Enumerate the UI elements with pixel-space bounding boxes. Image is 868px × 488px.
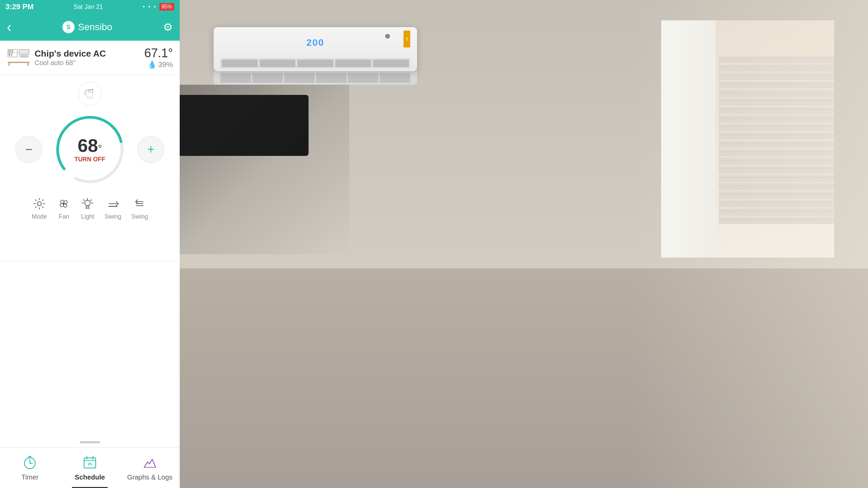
svg-rect-6 (11, 53, 12, 56)
svg-rect-9 (8, 62, 29, 63)
svg-rect-11 (27, 63, 29, 66)
room-photo: 200 ! (180, 0, 868, 488)
settings-button[interactable]: ⚙ (163, 21, 173, 34)
sensibo-logo: S (62, 21, 75, 33)
svg-rect-14 (86, 93, 93, 96)
set-temperature: 68 (78, 135, 98, 156)
status-time: 3:29 PM (5, 2, 34, 11)
ambient-temperature: 67.1° (144, 46, 173, 60)
device-header: Chip's device AC Cool auto 68° 67.1° 💧 3… (0, 41, 180, 75)
mode-label: Mode (32, 213, 47, 220)
mode-icon (33, 197, 46, 210)
background-photo: 200 ! (180, 0, 868, 488)
temp-control: − 68° TURN OFF (0, 112, 180, 187)
svg-point-32 (63, 203, 65, 205)
svg-line-27 (35, 200, 36, 201)
timer-label: Timer (21, 473, 38, 481)
graphs-label: Graphs & Logs (127, 473, 172, 481)
minus-icon: − (25, 142, 32, 157)
window-light (631, 0, 868, 488)
svg-line-28 (42, 207, 43, 208)
temp-unit: ° (98, 143, 102, 154)
temp-dial: 68° TURN OFF (53, 112, 127, 187)
drag-indicator (0, 437, 180, 447)
svg-rect-10 (8, 63, 10, 66)
status-icons: • • • 95% (143, 3, 174, 11)
swing1-icon (106, 197, 120, 210)
nav-bar: ‹ S Sensibo ⚙ (0, 14, 180, 41)
svg-rect-2 (8, 50, 10, 53)
corner-shadow (180, 85, 349, 254)
svg-point-31 (37, 202, 41, 206)
fan-control[interactable]: Fan (57, 197, 71, 220)
device-info-left: Chip's device AC Cool auto 68° (7, 48, 106, 67)
ac-body: 200 ! (214, 27, 417, 71)
light-control[interactable]: Light (81, 197, 94, 220)
swing2-label: Swing (132, 213, 148, 220)
back-button[interactable]: ‹ (7, 19, 12, 35)
device-text: Chip's device AC Cool auto 68° (35, 48, 106, 67)
device-name: Chip's device AC (35, 48, 106, 59)
battery-indicator: 95% (159, 3, 174, 11)
wifi-dots: • • • (143, 4, 157, 10)
empty-area (0, 261, 180, 437)
turn-off-button[interactable]: TURN OFF (75, 156, 105, 163)
humidity-reading: 💧 39% (144, 60, 173, 69)
humidity-value: 39% (158, 60, 173, 69)
tab-graphs[interactable]: Graphs & Logs (120, 448, 180, 488)
ac-vents (220, 58, 410, 68)
tab-schedule[interactable]: 25 Schedule (60, 448, 120, 488)
drop-icon: 💧 (147, 60, 157, 69)
svg-rect-5 (8, 53, 10, 56)
svg-rect-7 (19, 49, 29, 54)
timer-icon (22, 454, 38, 471)
room-icon-svg (7, 49, 30, 66)
plus-icon: + (147, 142, 154, 157)
mode-control[interactable]: Mode (32, 197, 47, 220)
ac-display: 200 (307, 37, 324, 48)
swing1-label: Swing (104, 213, 121, 220)
svg-rect-4 (12, 50, 13, 53)
schedule-label: Schedule (75, 473, 105, 481)
nav-title: S Sensibo (62, 21, 112, 33)
control-area: − 68° TURN OFF (0, 75, 180, 261)
app-title: Sensibo (78, 22, 112, 33)
device-readings: 67.1° 💧 39% (144, 46, 173, 69)
svg-rect-39 (86, 206, 89, 207)
phone-panel: 3:29 PM Sat Jan 21 • • • 95% ‹ S Sensibo… (0, 0, 180, 488)
fan-icon (57, 197, 71, 210)
device-mode: Cool auto 68° (35, 59, 106, 67)
swing1-control[interactable]: Swing (104, 197, 121, 220)
drag-pill (80, 441, 100, 443)
tab-timer[interactable]: Timer (0, 448, 60, 488)
status-bar: 3:29 PM Sat Jan 21 • • • 95% (0, 0, 180, 14)
ac-unit-mounted: 200 ! (214, 27, 417, 88)
swing2-control[interactable]: Swing (132, 197, 148, 220)
device-icon (7, 48, 31, 67)
svg-text:25: 25 (88, 462, 92, 466)
swing2-icon (133, 197, 146, 210)
battery-level: 95% (161, 4, 172, 9)
svg-rect-3 (10, 50, 11, 53)
svg-rect-8 (20, 55, 28, 58)
light-label: Light (81, 213, 94, 220)
svg-line-29 (42, 200, 43, 201)
graphs-icon (142, 454, 158, 471)
svg-line-35 (83, 200, 84, 201)
fan-label: Fan (59, 213, 69, 220)
temp-dial-inner: 68° TURN OFF (75, 136, 105, 163)
bottom-tabs: Timer 25 Schedule (0, 447, 180, 488)
svg-point-20 (92, 97, 93, 98)
schedule-icon: 25 (82, 454, 98, 471)
svg-line-30 (35, 207, 36, 208)
status-date: Sat Jan 21 (74, 3, 103, 11)
